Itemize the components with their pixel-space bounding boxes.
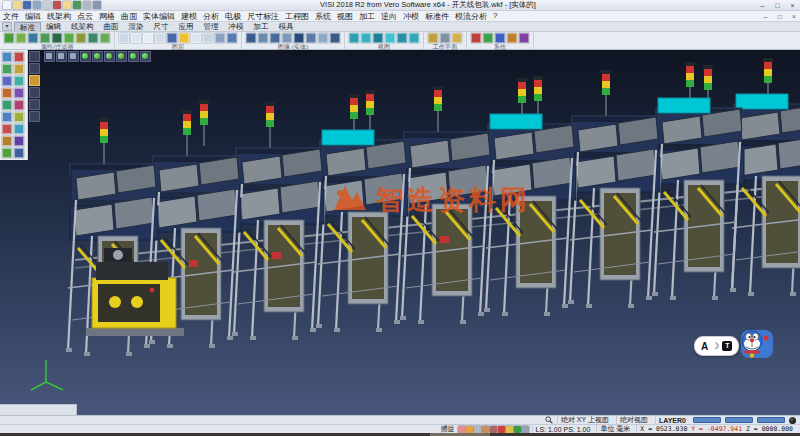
menu-item-7[interactable]: 建模 [178,11,200,22]
menu-item-11[interactable]: 工程图 [282,11,312,22]
shading-tool-icon[interactable] [294,33,304,43]
view-tool-icon[interactable] [361,33,371,43]
child-restore-button[interactable]: □ [774,13,786,20]
ime-status-pill[interactable]: A ☽ T [694,336,739,356]
draw-tool-icon[interactable] [14,100,24,110]
menu-item-4[interactable]: 网格 [96,11,118,22]
filter-tool-icon[interactable] [100,33,110,43]
menu-item-13[interactable]: 视图 [334,11,356,22]
ime-letter[interactable]: A [701,341,708,352]
draw-tool-icon[interactable] [14,52,24,62]
menu-item-15[interactable]: 逆向 [378,11,400,22]
draw-tool-icon[interactable] [2,136,12,146]
tab-1[interactable]: 编辑 [41,22,66,31]
view-orientation-icon[interactable] [140,51,151,62]
new-file-icon[interactable] [3,1,11,9]
workplane-tool-icon[interactable] [428,33,438,43]
status-blue-button[interactable] [725,417,753,423]
menu-item-12[interactable]: 系统 [312,11,334,22]
filter-tool-icon[interactable] [40,33,50,43]
toolbar-dropdown-button[interactable]: ▾ [2,22,12,31]
tab-6[interactable]: 应用 [174,22,199,31]
layer-tool-icon[interactable] [191,33,201,43]
shading-tool-icon[interactable] [270,33,280,43]
filter-tool-icon[interactable] [4,33,14,43]
workplane-tool-icon[interactable] [452,33,462,43]
save-icon[interactable] [23,1,31,9]
system-tool-icon[interactable] [483,33,493,43]
minimize-button[interactable]: – [755,2,770,9]
draw-tool-icon[interactable] [2,124,12,134]
close-button[interactable]: × [785,2,800,9]
tab-0[interactable]: 标准 [14,22,41,31]
tab-7[interactable]: 管理 [199,22,224,31]
view-orientation-icon[interactable] [80,51,91,62]
highlighted-fixture[interactable] [658,98,710,113]
magnifier-icon[interactable] [545,416,553,424]
viewport-area[interactable]: 智造资料网 A ☽ T [0,50,800,415]
menu-item-2[interactable]: 线架构 [44,11,74,22]
workplane-tool-icon[interactable] [440,33,450,43]
tab-4[interactable]: 渲染 [124,22,149,31]
viewport-side-icon-0[interactable] [29,51,40,62]
view-tool-icon[interactable] [349,33,359,43]
draw-tool-icon[interactable] [2,148,12,158]
child-minimize-button[interactable]: – [760,13,772,20]
menu-item-19[interactable]: ? [490,11,500,22]
refresh-icon[interactable] [514,426,521,433]
menu-item-0[interactable]: 文件 [0,11,22,22]
menu-item-1[interactable]: 编辑 [22,11,44,22]
view-tool-icon[interactable] [385,33,395,43]
draw-tool-icon[interactable] [14,112,24,122]
layer-tool-icon[interactable] [167,33,177,43]
filter-tool-icon[interactable] [52,33,62,43]
viewport-side-icon-3[interactable] [29,87,40,98]
filter-tool-icon[interactable] [16,33,26,43]
layer-indicator[interactable]: LAYER0 [655,417,689,424]
menu-item-5[interactable]: 曲面 [118,11,140,22]
view-tool-icon[interactable] [44,51,55,62]
snap-quad-icon[interactable] [490,426,497,433]
ime-moon-icon[interactable]: ☽ [711,341,719,351]
view-tool-icon[interactable] [397,33,407,43]
system-tool-icon[interactable] [519,33,529,43]
menu-item-18[interactable]: 模流分析 [452,11,490,22]
render-mode-sphere-icon[interactable] [789,417,796,424]
open-file-icon[interactable] [13,1,21,9]
menu-item-9[interactable]: 电极 [222,11,244,22]
highlighted-fixture[interactable] [736,94,788,109]
draw-tool-icon[interactable] [14,76,24,86]
draw-tool-icon[interactable] [2,52,12,62]
maximize-button[interactable]: □ [770,2,785,9]
view-tool-icon[interactable] [409,33,419,43]
save-all-icon[interactable] [33,1,41,9]
shading-tool-icon[interactable] [246,33,256,43]
shading-tool-icon[interactable] [318,33,328,43]
tab-10[interactable]: 模具 [274,22,299,31]
filter-tool-icon[interactable] [64,33,74,43]
snap-center-icon[interactable] [482,426,489,433]
view-orientation-icon[interactable] [116,51,127,62]
shading-tool-icon[interactable] [330,33,340,43]
menu-item-8[interactable]: 分析 [200,11,222,22]
view-tool-icon[interactable] [373,33,383,43]
tab-3[interactable]: 曲面 [99,22,124,31]
layer-tool-icon[interactable] [119,33,129,43]
highlighted-fixture[interactable] [322,130,374,145]
undo-icon[interactable] [83,1,91,9]
layer-tool-icon[interactable] [203,33,213,43]
system-tool-icon[interactable] [471,33,481,43]
layer-tool-icon[interactable] [227,33,237,43]
layer-tool-icon[interactable] [143,33,153,43]
shading-tool-icon[interactable] [306,33,316,43]
view-tool-icon[interactable] [68,51,79,62]
status-blue-button[interactable] [693,417,721,423]
shading-tool-icon[interactable] [258,33,268,43]
system-tool-icon[interactable] [507,33,517,43]
filter-tool-icon[interactable] [28,33,38,43]
tab-9[interactable]: 加工 [249,22,274,31]
filter-tool-icon[interactable] [88,33,98,43]
paste-icon[interactable] [73,1,81,9]
snap-grid-icon[interactable] [474,426,481,433]
grid-toggle-icon[interactable] [522,426,529,433]
